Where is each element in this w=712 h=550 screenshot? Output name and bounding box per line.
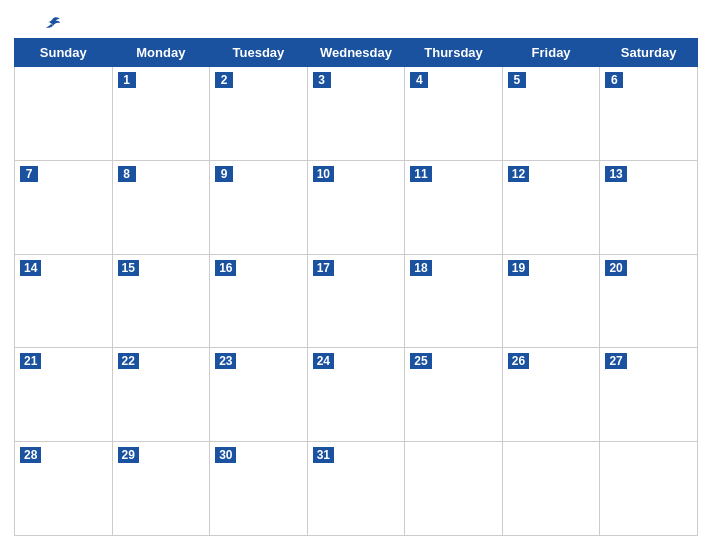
calendar-cell: 27 [600,348,698,442]
day-number: 4 [410,72,428,88]
day-number: 19 [508,260,529,276]
calendar-cell: 24 [307,348,405,442]
logo [14,16,94,30]
calendar-cell: 25 [405,348,503,442]
day-number: 10 [313,166,334,182]
calendar-cell: 2 [210,67,308,161]
calendar-cell: 18 [405,254,503,348]
day-number: 3 [313,72,331,88]
day-number: 7 [20,166,38,182]
calendar-cell: 17 [307,254,405,348]
calendar-cell: 3 [307,67,405,161]
calendar-cell [15,67,113,161]
calendar-cell: 14 [15,254,113,348]
day-number: 6 [605,72,623,88]
calendar-cell: 4 [405,67,503,161]
day-number: 15 [118,260,139,276]
calendar-cell: 30 [210,442,308,536]
calendar-cell: 5 [502,67,600,161]
day-number: 29 [118,447,139,463]
calendar-cell: 1 [112,67,210,161]
logo-bird-icon [44,16,62,30]
calendar-cell: 12 [502,160,600,254]
weekday-header-row: SundayMondayTuesdayWednesdayThursdayFrid… [15,39,698,67]
day-number: 14 [20,260,41,276]
day-number: 22 [118,353,139,369]
calendar-header [14,10,698,38]
day-number: 17 [313,260,334,276]
day-number: 5 [508,72,526,88]
weekday-header-tuesday: Tuesday [210,39,308,67]
calendar-cell: 11 [405,160,503,254]
weekday-header-thursday: Thursday [405,39,503,67]
calendar-cell: 16 [210,254,308,348]
calendar-cell: 21 [15,348,113,442]
calendar-cell: 8 [112,160,210,254]
weekday-header-saturday: Saturday [600,39,698,67]
calendar-week-row: 21222324252627 [15,348,698,442]
calendar-cell: 31 [307,442,405,536]
weekday-header-friday: Friday [502,39,600,67]
calendar-week-row: 28293031 [15,442,698,536]
calendar-cell: 26 [502,348,600,442]
day-number: 8 [118,166,136,182]
calendar-cell: 7 [15,160,113,254]
day-number: 21 [20,353,41,369]
day-number: 31 [313,447,334,463]
day-number: 23 [215,353,236,369]
calendar-cell: 29 [112,442,210,536]
day-number: 27 [605,353,626,369]
calendar-cell: 20 [600,254,698,348]
calendar-cell [405,442,503,536]
calendar-cell: 10 [307,160,405,254]
weekday-header-sunday: Sunday [15,39,113,67]
calendar-cell: 28 [15,442,113,536]
calendar-cell: 23 [210,348,308,442]
day-number: 12 [508,166,529,182]
calendar-cell: 6 [600,67,698,161]
calendar-cell: 9 [210,160,308,254]
calendar-cell [502,442,600,536]
day-number: 18 [410,260,431,276]
day-number: 13 [605,166,626,182]
day-number: 25 [410,353,431,369]
day-number: 9 [215,166,233,182]
calendar-cell: 19 [502,254,600,348]
day-number: 1 [118,72,136,88]
weekday-header-monday: Monday [112,39,210,67]
calendar-week-row: 14151617181920 [15,254,698,348]
day-number: 26 [508,353,529,369]
calendar-cell: 15 [112,254,210,348]
day-number: 11 [410,166,431,182]
calendar-week-row: 123456 [15,67,698,161]
day-number: 16 [215,260,236,276]
day-number: 24 [313,353,334,369]
calendar-cell: 13 [600,160,698,254]
calendar-cell [600,442,698,536]
calendar-table: SundayMondayTuesdayWednesdayThursdayFrid… [14,38,698,536]
day-number: 28 [20,447,41,463]
day-number: 30 [215,447,236,463]
weekday-header-wednesday: Wednesday [307,39,405,67]
calendar-week-row: 78910111213 [15,160,698,254]
logo-blue-text [44,16,64,30]
calendar-cell: 22 [112,348,210,442]
day-number: 2 [215,72,233,88]
day-number: 20 [605,260,626,276]
